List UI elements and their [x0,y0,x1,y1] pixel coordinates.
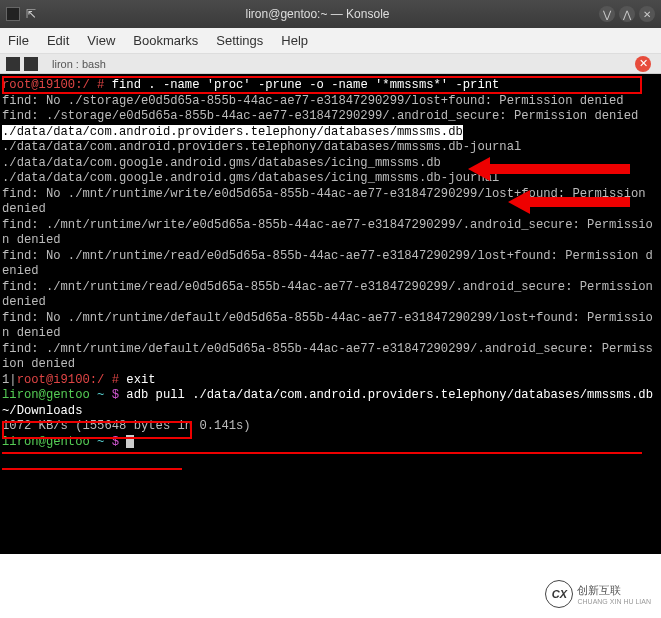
highlighted-path: ./data/data/com.android.providers.teleph… [2,125,463,141]
titlebar-left-icons: ⇱ [6,7,36,21]
prompt-dollar: $ [112,388,127,402]
watermark-logo: CX [545,580,573,608]
minimize-button[interactable]: ⋁ [599,6,615,22]
prompt-root: root@i9100:/ # [2,78,112,92]
prompt-tilde: ~ [97,435,112,449]
output-line: find: No ./mnt/runtime/read/e0d5d65a-855… [2,249,659,280]
tab-close-icon[interactable]: ✕ [635,56,651,72]
menu-view[interactable]: View [87,33,115,48]
prompt-tilde: ~ [97,388,112,402]
output-line: ./data/data/com.android.providers.teleph… [2,140,659,156]
return-code: 1| [2,373,17,387]
pin-icon[interactable]: ⇱ [26,7,36,21]
prompt-user: liron@gentoo [2,435,97,449]
prompt-dollar: $ [112,435,127,449]
app-icon [6,7,20,21]
tab-bar: liron : bash ✕ [0,54,661,74]
split-tab-icon[interactable] [24,57,38,71]
annotation-underline [2,452,642,454]
command-text: exit [126,373,155,387]
menu-help[interactable]: Help [281,33,308,48]
command-text: find . -name 'proc' -prune -o -name '*mm… [112,78,500,92]
output-line: find: ./mnt/runtime/write/e0d5d65a-855b-… [2,218,659,249]
output-line: find: No ./storage/e0d5d65a-855b-44ac-ae… [2,94,659,110]
watermark: CX 创新互联 CHUANG XIN HU LIAN [545,580,651,608]
tab-label[interactable]: liron : bash [42,56,116,72]
output-line: 1072 KB/s (155648 bytes in 0.141s) [2,419,659,435]
maximize-button[interactable]: ⋀ [619,6,635,22]
menu-bar: File Edit View Bookmarks Settings Help [0,28,661,54]
watermark-subtext: CHUANG XIN HU LIAN [577,598,651,605]
output-line: find: ./storage/e0d5d65a-855b-44ac-ae77-… [2,109,659,125]
menu-settings[interactable]: Settings [216,33,263,48]
output-line: find: No ./mnt/runtime/default/e0d5d65a-… [2,311,659,342]
output-line: ./data/data/com.google.android.gms/datab… [2,171,659,187]
prompt-root: root@i9100:/ # [17,373,127,387]
window-title: liron@gentoo:~ — Konsole [36,7,599,21]
cursor [126,435,134,448]
new-tab-icon[interactable] [6,57,20,71]
output-line: find: ./mnt/runtime/default/e0d5d65a-855… [2,342,659,373]
output-line: find: No ./mnt/runtime/write/e0d5d65a-85… [2,187,659,218]
output-line: find: ./mnt/runtime/read/e0d5d65a-855b-4… [2,280,659,311]
close-button[interactable]: ✕ [639,6,655,22]
window-titlebar: ⇱ liron@gentoo:~ — Konsole ⋁ ⋀ ✕ [0,0,661,28]
menu-file[interactable]: File [8,33,29,48]
output-line: ./data/data/com.google.android.gms/datab… [2,156,659,172]
prompt-user: liron@gentoo [2,388,97,402]
menu-bookmarks[interactable]: Bookmarks [133,33,198,48]
watermark-text: 创新互联 [577,583,651,598]
annotation-underline [2,468,182,470]
menu-edit[interactable]: Edit [47,33,69,48]
terminal-output[interactable]: root@i9100:/ # find . -name 'proc' -prun… [0,74,661,554]
